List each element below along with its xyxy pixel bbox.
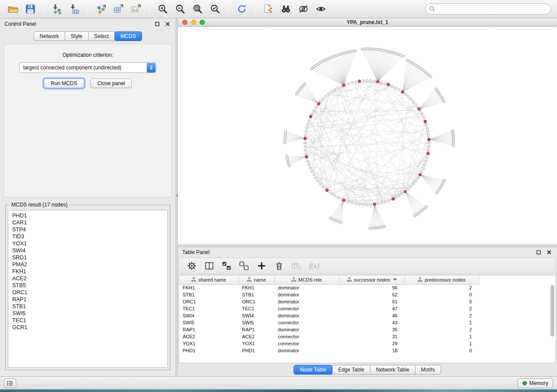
column-header-name[interactable]: name <box>239 275 274 284</box>
cell-name[interactable]: YOX1 <box>239 340 274 347</box>
export-image-button[interactable] <box>128 2 144 17</box>
scrollbar-thumb[interactable] <box>550 285 554 337</box>
column-header-successor-nodes[interactable]: successor nodes <box>339 275 405 284</box>
cell-predecessor-nodes[interactable]: 2 <box>405 326 479 333</box>
cell-successor-nodes[interactable]: 61 <box>339 298 405 305</box>
table-row[interactable]: YOX1 YOX1 connector 29 1 <box>179 340 479 347</box>
mcds-result-item[interactable]: RAP1 <box>12 296 163 303</box>
memory-button[interactable]: Memory <box>518 378 553 388</box>
close-panel-button[interactable]: Close panel <box>90 79 132 88</box>
close-table-panel-button[interactable] <box>546 249 553 256</box>
mcds-result-item[interactable]: GCR1 <box>12 324 163 331</box>
mcds-result-item[interactable]: ORC1 <box>12 289 163 296</box>
table-row[interactable]: PHD1 PHD1 dominator 18 0 <box>179 347 479 354</box>
mcds-result-item[interactable]: FKH1 <box>12 268 163 275</box>
cell-predecessor-nodes[interactable]: 2 <box>405 305 479 312</box>
mcds-result-item[interactable]: CAR1 <box>12 219 163 226</box>
zoom-fit-button[interactable] <box>189 2 206 17</box>
cell-mcds-role[interactable]: dominator <box>274 284 339 291</box>
cell-successor-nodes[interactable]: 18 <box>339 347 405 354</box>
mcds-result-item[interactable]: TID3 <box>12 233 163 240</box>
minimize-window-icon[interactable] <box>191 20 196 25</box>
cell-predecessor-nodes[interactable]: 0 <box>405 347 479 354</box>
cell-name[interactable]: RAP1 <box>239 326 274 333</box>
cell-name[interactable]: SWI4 <box>239 312 274 319</box>
network-graph[interactable] <box>178 27 556 244</box>
mcds-result-item[interactable]: SRD1 <box>12 254 163 261</box>
cell-successor-nodes[interactable]: 96 <box>339 284 405 291</box>
table-scrollbar[interactable] <box>550 285 555 361</box>
import-table-button[interactable] <box>66 2 83 17</box>
import-network-button[interactable] <box>48 2 65 17</box>
cell-successor-nodes[interactable]: 35 <box>339 326 405 333</box>
cell-predecessor-nodes[interactable]: 0 <box>405 291 479 298</box>
control-panel-tab[interactable]: Network <box>34 31 65 41</box>
mcds-result-item[interactable]: YOX1 <box>12 240 163 247</box>
cell-shared-name[interactable]: RAP1 <box>179 326 239 333</box>
delete-column-button[interactable] <box>273 260 286 272</box>
select-all-button[interactable] <box>220 260 233 272</box>
run-mcds-button[interactable]: Run MCDS <box>44 79 84 88</box>
close-window-icon[interactable] <box>182 20 187 25</box>
network-canvas[interactable] <box>178 27 557 244</box>
cell-shared-name[interactable]: PHD1 <box>179 347 239 354</box>
new-network-button[interactable] <box>93 2 109 17</box>
cell-shared-name[interactable]: TEC1 <box>179 305 239 312</box>
mcds-result-item[interactable]: TEC1 <box>12 317 163 324</box>
cell-predecessor-nodes[interactable]: 2 <box>405 312 479 319</box>
cell-name[interactable]: ORC1 <box>239 298 274 305</box>
cell-successor-nodes[interactable]: 43 <box>339 319 405 326</box>
mcds-result-item[interactable]: STP4 <box>12 226 163 233</box>
mcds-result-list[interactable]: PHD1CAR1STP4TID3YOX1SWI4SRD1PMA2FKH1ACE2… <box>8 210 168 368</box>
cell-name[interactable]: TEC1 <box>239 305 274 312</box>
table-row[interactable]: ORC1 ORC1 dominator 61 0 <box>179 298 479 305</box>
criterion-select[interactable]: largest connected component (undirected) <box>19 62 156 73</box>
table-row[interactable]: FKH1 FKH1 dominator 96 2 <box>179 284 479 291</box>
cell-name[interactable]: STB1 <box>239 291 274 298</box>
control-panel-tab[interactable]: MCDS <box>114 31 142 41</box>
cell-predecessor-nodes[interactable]: 0 <box>405 298 479 305</box>
control-panel-tab[interactable]: Select <box>88 31 115 41</box>
cell-predecessor-nodes[interactable]: 1 <box>405 333 479 340</box>
table-row[interactable]: SWI4 SWI4 dominator 46 2 <box>179 312 479 319</box>
control-panel-tab[interactable]: Style <box>65 31 89 41</box>
cell-name[interactable]: PHD1 <box>239 347 274 354</box>
cell-shared-name[interactable]: STB1 <box>179 291 239 298</box>
save-session-button[interactable] <box>22 2 38 17</box>
mcds-result-item[interactable]: STB1 <box>12 303 163 310</box>
column-header-shared-name[interactable]: shared name <box>179 275 239 284</box>
open-session-button[interactable] <box>4 2 21 17</box>
mcds-result-item[interactable]: SWI4 <box>12 247 163 254</box>
cell-successor-nodes[interactable]: 29 <box>339 340 405 347</box>
table-tab[interactable]: Network Table <box>370 365 415 375</box>
cell-shared-name[interactable]: FKH1 <box>179 284 239 291</box>
show-columns-button[interactable] <box>203 260 216 272</box>
cell-successor-nodes[interactable]: 62 <box>339 291 405 298</box>
cell-successor-nodes[interactable]: 31 <box>339 333 405 340</box>
close-panel-x-button[interactable] <box>164 21 171 28</box>
sort-desc-icon[interactable] <box>393 279 397 281</box>
export-network-button[interactable] <box>260 2 277 17</box>
cell-predecessor-nodes[interactable]: 1 <box>405 340 479 347</box>
column-header-mcds-role[interactable]: MCDS role <box>274 275 339 284</box>
maximize-window-icon[interactable] <box>200 20 205 25</box>
cell-predecessor-nodes[interactable]: 1 <box>405 319 479 326</box>
cell-mcds-role[interactable]: dominator <box>274 312 339 319</box>
filter-button[interactable] <box>295 2 311 17</box>
cell-predecessor-nodes[interactable]: 2 <box>405 284 479 291</box>
cell-name[interactable]: SWI5 <box>239 319 274 326</box>
cell-mcds-role[interactable]: dominator <box>274 291 339 298</box>
cell-mcds-role[interactable]: connector <box>274 333 339 340</box>
table-row[interactable]: SWI5 SWI5 connector 43 1 <box>179 319 479 326</box>
cell-shared-name[interactable]: YOX1 <box>179 340 239 347</box>
mcds-result-item[interactable]: SWI5 <box>12 310 163 317</box>
zoom-out-button[interactable] <box>172 2 188 17</box>
cell-name[interactable]: FKH1 <box>239 284 274 291</box>
zoom-in-button[interactable] <box>154 2 171 17</box>
table-row[interactable]: ACE2 ACE2 connector 31 1 <box>179 333 479 340</box>
table-row[interactable]: TEC1 TEC1 connector 47 2 <box>179 305 479 312</box>
mcds-result-item[interactable]: PHD1 <box>12 212 163 219</box>
cell-shared-name[interactable]: SWI5 <box>179 319 239 326</box>
column-header-predecessor-nodes[interactable]: predecessor nodes <box>405 275 479 284</box>
show-graphics-button[interactable] <box>312 2 329 17</box>
